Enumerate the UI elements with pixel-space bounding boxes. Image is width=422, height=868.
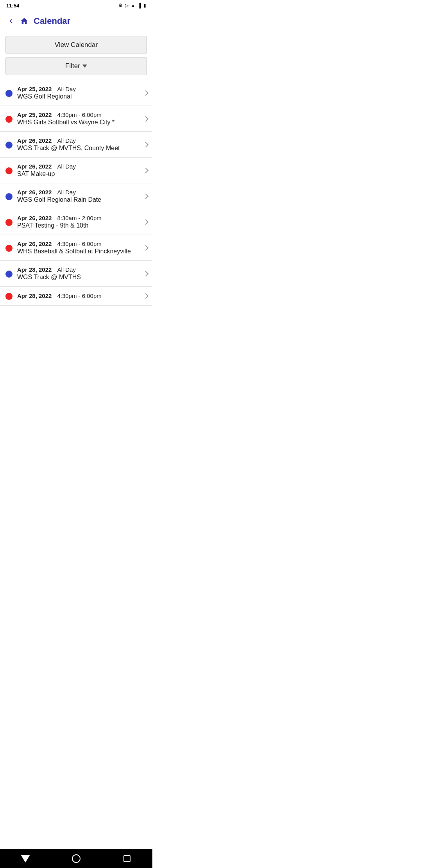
event-content: Apr 28, 2022 All Day WGS Track @ MVTHS — [17, 266, 140, 281]
chevron-right-icon — [143, 293, 148, 299]
header: Calendar — [0, 11, 152, 31]
event-content: Apr 26, 2022 4:30pm - 6:00pm WHS Basebal… — [17, 240, 140, 255]
event-title: PSAT Testing - 9th & 10th — [17, 222, 140, 229]
event-title: WGS Track @ MVTHS — [17, 274, 140, 281]
chevron-down-icon — [82, 65, 87, 68]
event-content: Apr 26, 2022 All Day WGS Golf Regional R… — [17, 189, 140, 203]
status-time: 11:54 — [6, 3, 19, 9]
event-date: Apr 25, 2022 — [17, 86, 52, 92]
event-header-row: Apr 28, 2022 All Day — [17, 266, 140, 273]
event-content: Apr 26, 2022 8:30am - 2:00pm PSAT Testin… — [17, 215, 140, 229]
chevron-right-icon — [143, 90, 148, 95]
event-header-row: Apr 26, 2022 4:30pm - 6:00pm — [17, 240, 140, 247]
filter-button[interactable]: Filter — [5, 57, 147, 75]
event-title: WGS Golf Regional Rain Date — [17, 196, 140, 203]
wifi-icon: ▲ — [131, 3, 136, 8]
event-color-dot — [5, 193, 13, 200]
event-time: 8:30am - 2:00pm — [57, 215, 101, 221]
event-color-dot — [5, 167, 13, 174]
view-calendar-button[interactable]: View Calendar — [5, 36, 147, 54]
event-header-row: Apr 28, 2022 4:30pm - 6:00pm — [17, 292, 140, 299]
event-date: Apr 26, 2022 — [17, 215, 52, 221]
event-time: 4:30pm - 6:00pm — [57, 292, 101, 299]
event-date: Apr 28, 2022 — [17, 292, 52, 299]
event-header-row: Apr 26, 2022 All Day — [17, 163, 140, 170]
event-date: Apr 26, 2022 — [17, 163, 52, 170]
event-color-dot — [5, 245, 13, 252]
event-date: Apr 28, 2022 — [17, 266, 52, 273]
event-color-dot — [5, 90, 13, 97]
list-item[interactable]: Apr 26, 2022 8:30am - 2:00pm PSAT Testin… — [0, 209, 152, 235]
view-calendar-label: View Calendar — [55, 41, 98, 49]
event-header-row: Apr 26, 2022 All Day — [17, 137, 140, 144]
event-content: Apr 25, 2022 4:30pm - 6:00pm WHS Girls S… — [17, 111, 140, 126]
chevron-right-icon — [143, 219, 148, 224]
event-content: Apr 25, 2022 All Day WGS Golf Regional — [17, 86, 140, 100]
status-icons: ⚙ ▷ ▲ ▐ ▮ — [118, 3, 146, 8]
list-item[interactable]: Apr 26, 2022 All Day WGS Golf Regional R… — [0, 183, 152, 209]
event-color-dot — [5, 293, 13, 300]
event-title: WGS Golf Regional — [17, 93, 140, 100]
chevron-right-icon — [143, 271, 148, 276]
event-date: Apr 25, 2022 — [17, 111, 52, 118]
list-item[interactable]: Apr 26, 2022 4:30pm - 6:00pm WHS Basebal… — [0, 235, 152, 261]
event-time: 4:30pm - 6:00pm — [57, 111, 101, 118]
home-icon — [20, 17, 29, 25]
event-color-dot — [5, 219, 13, 226]
signal-icon: ▷ — [125, 3, 129, 8]
event-list: Apr 25, 2022 All Day WGS Golf Regional A… — [0, 80, 152, 306]
filter-label: Filter — [65, 62, 80, 70]
back-button[interactable] — [5, 15, 17, 27]
event-color-dot — [5, 116, 13, 123]
event-date: Apr 26, 2022 — [17, 137, 52, 144]
chevron-right-icon — [143, 167, 148, 173]
event-header-row: Apr 25, 2022 4:30pm - 6:00pm — [17, 111, 140, 118]
event-color-dot — [5, 271, 13, 278]
event-date: Apr 26, 2022 — [17, 240, 52, 247]
event-content: Apr 26, 2022 All Day WGS Track @ MVTHS, … — [17, 137, 140, 152]
list-item[interactable]: Apr 28, 2022 All Day WGS Track @ MVTHS — [0, 261, 152, 287]
list-item[interactable]: Apr 26, 2022 All Day WGS Track @ MVTHS, … — [0, 132, 152, 158]
list-item[interactable]: Apr 25, 2022 All Day WGS Golf Regional — [0, 80, 152, 106]
event-time: All Day — [57, 266, 76, 273]
list-item[interactable]: Apr 28, 2022 4:30pm - 6:00pm — [0, 287, 152, 306]
event-header-row: Apr 26, 2022 8:30am - 2:00pm — [17, 215, 140, 221]
signal-bars-icon: ▐ — [138, 3, 141, 8]
list-item[interactable]: Apr 25, 2022 4:30pm - 6:00pm WHS Girls S… — [0, 106, 152, 132]
event-time: All Day — [57, 189, 76, 195]
chevron-right-icon — [143, 245, 148, 250]
event-time: 4:30pm - 6:00pm — [57, 240, 101, 247]
event-content: Apr 28, 2022 4:30pm - 6:00pm — [17, 292, 140, 300]
event-title: WGS Track @ MVTHS, County Meet — [17, 145, 140, 152]
chevron-right-icon — [143, 193, 148, 199]
event-color-dot — [5, 142, 13, 149]
chevron-right-icon — [143, 116, 148, 121]
battery-icon: ▮ — [143, 3, 146, 8]
back-icon — [7, 17, 15, 25]
home-button[interactable] — [17, 15, 31, 27]
event-title: SAT Make-up — [17, 170, 140, 178]
settings-icon: ⚙ — [118, 3, 123, 8]
event-header-row: Apr 25, 2022 All Day — [17, 86, 140, 92]
event-time: All Day — [57, 163, 76, 170]
event-time: All Day — [57, 86, 76, 92]
event-content: Apr 26, 2022 All Day SAT Make-up — [17, 163, 140, 178]
event-date: Apr 26, 2022 — [17, 189, 52, 195]
page-title: Calendar — [34, 16, 70, 26]
status-bar: 11:54 ⚙ ▷ ▲ ▐ ▮ — [0, 0, 152, 11]
event-title: WHS Girls Softball vs Wayne City * — [17, 119, 140, 126]
chevron-right-icon — [143, 142, 148, 147]
event-header-row: Apr 26, 2022 All Day — [17, 189, 140, 195]
event-title: WHS Baseball & Softball at Pinckneyville — [17, 248, 140, 255]
event-time: All Day — [57, 137, 76, 144]
list-item[interactable]: Apr 26, 2022 All Day SAT Make-up — [0, 158, 152, 183]
